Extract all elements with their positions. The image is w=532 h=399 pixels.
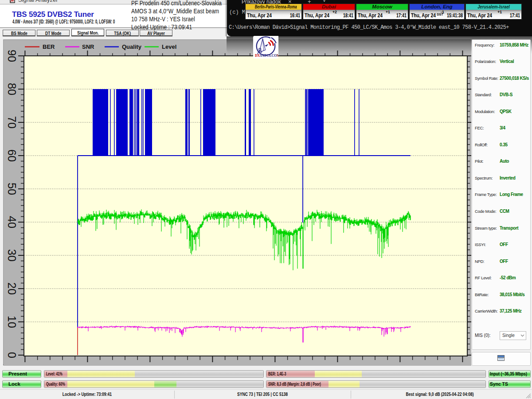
svg-text:DXSATCS.COM: DXSATCS.COM (255, 54, 278, 58)
svg-text:40: 40 (6, 216, 18, 228)
svg-text:70: 70 (6, 116, 18, 129)
svg-text:30: 30 (6, 249, 18, 262)
svg-text:90: 90 (6, 50, 18, 62)
svg-text:80: 80 (6, 83, 18, 95)
svg-text:50: 50 (6, 183, 18, 195)
svg-text:10: 10 (6, 316, 18, 328)
svg-text:0: 0 (6, 352, 18, 358)
svg-text:60: 60 (6, 149, 18, 162)
svg-text:20: 20 (6, 282, 18, 295)
